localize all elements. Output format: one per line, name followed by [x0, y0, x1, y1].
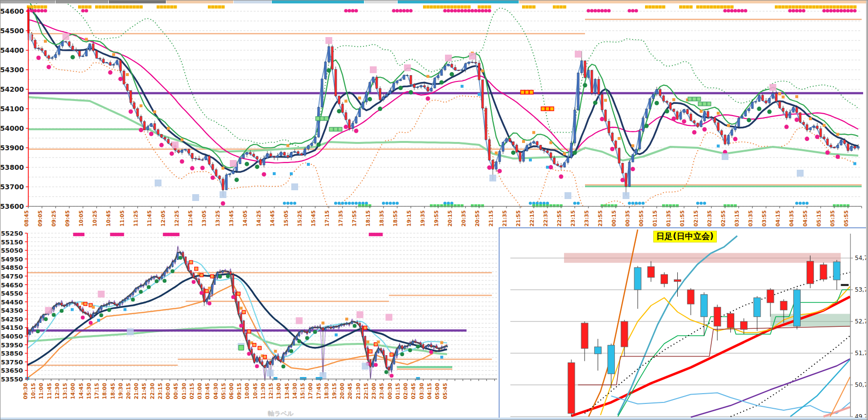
daily-chart[interactable] [499, 228, 868, 419]
window-bottom-edge [0, 418, 868, 420]
intraday-5min-chart[interactable] [0, 3, 868, 223]
trading-chart-dashboard: 5460054500544005430054200541005400053900… [0, 0, 868, 420]
daily-chart-title: 日足(日中立会) [653, 231, 717, 242]
axis-title-watermark: 軸ラベル [268, 409, 294, 418]
window-right-edge [866, 0, 868, 420]
intraday-15min-chart[interactable] [0, 225, 497, 418]
